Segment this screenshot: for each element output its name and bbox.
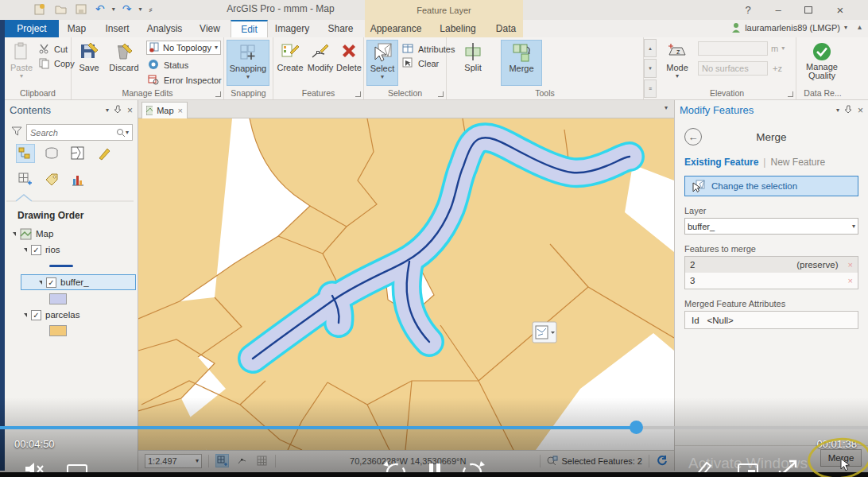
layer-row-parcelas[interactable]: ✓ parcelas [5,307,138,323]
search-input[interactable] [30,128,116,138]
redo-caret-icon[interactable]: ▾ [138,6,141,13]
features-launcher-icon[interactable] [355,91,361,97]
user-account[interactable]: lauramarlenis89 (LMGP) ▾ [731,22,847,33]
save-edits-button[interactable]: Save [75,40,103,72]
grid-snap-icon[interactable] [215,454,229,467]
layer-checkbox[interactable]: ✓ [46,277,56,288]
tab-project[interactable]: Project [5,20,59,37]
cut-button[interactable]: Cut [38,43,68,56]
list-by-data-source-icon[interactable] [42,144,61,163]
tab-map[interactable]: Map [59,20,95,37]
table-icon[interactable] [255,454,269,467]
tab-imagery[interactable]: Imagery [268,20,316,37]
pin-icon[interactable] [845,105,852,115]
vertex-icon[interactable] [235,454,249,467]
modify-button[interactable]: Modify [305,40,335,72]
video-progress-bar[interactable] [0,426,868,429]
merge-tool-button[interactable]: Merge [501,40,542,86]
layer-dropdown[interactable]: buffer_ ▾ [684,218,858,235]
clear-button[interactable]: Clear [402,57,439,70]
tab-existing-feature[interactable]: Existing Feature [684,157,758,168]
list-by-editing-icon[interactable] [95,144,114,163]
add-layer-icon[interactable] [16,170,35,189]
ribbon-scroll-up-icon[interactable]: ▴ [644,39,657,57]
refresh-icon[interactable] [656,455,668,467]
redo-button[interactable]: ↷ [122,2,132,16]
label-icon[interactable] [42,170,61,189]
symbol-row-parcelas[interactable] [5,323,138,339]
expander-icon[interactable] [39,281,42,285]
discard-edits-button[interactable]: Discard [107,40,141,72]
tab-new-feature[interactable]: New Feature [770,157,825,168]
elevation-launcher-icon[interactable] [788,91,793,97]
contents-menu-icon[interactable]: ▾ [106,107,109,114]
pin-icon[interactable] [114,105,122,115]
layer-row-rios[interactable]: ✓ rios [5,242,138,258]
layer-checkbox[interactable]: ✓ [31,245,41,255]
map-tab-close-icon[interactable]: × [178,106,183,115]
remove-feature-icon[interactable]: × [848,260,853,270]
help-button[interactable]: ? [734,0,761,19]
tab-insert[interactable]: Insert [95,20,140,37]
error-inspector-button[interactable]: Error Inspector [148,74,222,87]
tab-edit[interactable]: Edit [231,20,268,37]
expander-icon[interactable] [24,248,27,252]
back-button[interactable]: ← [684,128,702,145]
customize-qat-icon[interactable]: ⸗ [149,4,153,15]
filter-icon[interactable] [11,126,22,138]
search-box[interactable]: ▾ [26,124,133,141]
snapping-button[interactable]: Snapping ▾ [227,40,269,86]
manage-quality-button[interactable]: Manage Quality [801,40,843,80]
tab-share[interactable]: Share [316,20,365,37]
layer-row-buffer[interactable]: ✓ buffer_ [21,274,136,290]
layer-row-map[interactable]: Map [5,226,138,242]
tab-analysis[interactable]: Analysis [140,20,189,37]
feature-row[interactable]: 3 × [685,273,858,289]
save-project-icon[interactable] [75,2,88,16]
open-project-icon[interactable] [54,2,68,16]
undo-caret-icon[interactable]: ▾ [112,6,115,13]
scale-dropdown[interactable]: 1:2.497 ▾ [145,454,202,468]
split-button[interactable]: Split [453,40,493,72]
manage-edits-launcher-icon[interactable] [215,91,221,97]
topology-dropdown[interactable]: No Topology ▾ [146,41,221,55]
ribbon-scroll-more-icon[interactable]: ≡ [644,80,657,98]
ribbon-scroll-down-icon[interactable]: ▾ [644,59,657,77]
copy-button[interactable]: Copy [38,57,75,70]
tab-appearance[interactable]: Appearance [365,20,427,37]
merged-attributes-box[interactable]: Id <Null> [684,311,858,329]
collapse-ribbon-icon[interactable]: ▾ [858,24,862,33]
create-button[interactable]: Create [275,40,305,72]
list-by-drawing-order-icon[interactable] [16,144,35,163]
remove-feature-icon[interactable]: × [848,276,853,285]
selected-features-status[interactable]: Selected Features: 2 [547,456,642,466]
feature-row[interactable]: 2 (preserve) × [685,257,858,273]
tab-data[interactable]: Data [489,20,523,37]
list-by-snapping-icon[interactable] [68,144,87,163]
delete-button[interactable]: Delete [335,40,362,72]
tab-view[interactable]: View [189,20,231,37]
selection-launcher-icon[interactable] [438,91,444,97]
minimize-button[interactable]: – [765,0,792,19]
new-project-icon[interactable] [33,2,47,16]
panel-menu-icon[interactable]: ▾ [836,107,839,114]
map-view-tab[interactable]: Map × [141,102,188,118]
symbol-row-rios[interactable] [5,258,138,273]
contents-close-icon[interactable]: × [127,105,133,116]
tab-labeling[interactable]: Labeling [427,20,489,37]
status-button[interactable]: Status [148,59,188,72]
chart-icon[interactable] [68,170,87,189]
mode-button[interactable]: z Mode ▾ [661,40,693,80]
expander-icon[interactable] [13,232,16,236]
expander-icon[interactable] [24,313,27,317]
map-canvas[interactable] [138,118,674,450]
select-button[interactable]: Select ▾ [366,40,398,86]
undo-button[interactable]: ↶ [95,2,105,16]
paste-button[interactable]: Paste▾ [7,40,36,80]
layer-checkbox[interactable]: ✓ [31,310,41,320]
close-button[interactable]: × [827,0,854,19]
change-selection-button[interactable]: Change the selection [684,176,858,196]
panel-close-icon[interactable]: × [858,105,863,116]
maximize-button[interactable] [795,0,822,19]
tabstrip-caret-icon[interactable]: ▾ [665,105,668,111]
